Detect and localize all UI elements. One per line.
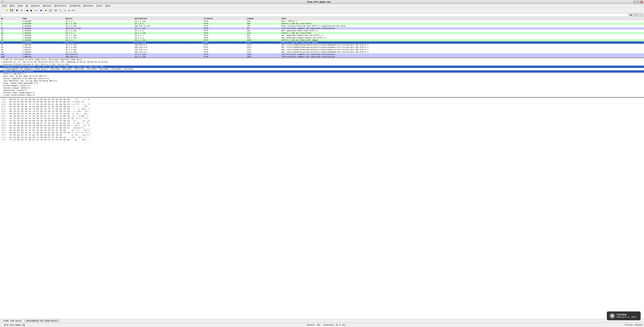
table-row[interactable]: 861.50240710.1.1.101209.225.0.6HTTP1211G…	[0, 48, 644, 51]
close-button[interactable]: ✕	[640, 1, 643, 4]
expand-icon[interactable]: ▶	[1, 59, 2, 61]
table-row[interactable]: 721.42451810.1.1.110.1.1.101HTTP624HTTP/…	[0, 42, 644, 44]
hex-ascii: cN...A.. ..#C?.P	[72, 129, 90, 132]
clear-filter-button[interactable]: ✕	[634, 13, 638, 16]
table-row[interactable]: 821.50178510.1.1.101209.225.0.6HTTP1211G…	[0, 44, 644, 46]
toolbar-close-button[interactable]: ✖	[15, 8, 19, 12]
menu-item-statistics[interactable]: Statistics	[53, 4, 68, 8]
packet-cell-length: 487	[246, 25, 280, 27]
file-tab[interactable]: http_with_jpegs.cap	[1, 324, 28, 326]
minimize-button[interactable]: —	[634, 1, 636, 4]
expand-icon[interactable]: ▶	[1, 68, 2, 70]
menu-item-telephony[interactable]: Telephony	[68, 4, 82, 8]
packet-cell-length: 1301	[246, 56, 280, 58]
toolbar-back-button[interactable]: ◀	[25, 8, 29, 12]
toolbar-reload-button[interactable]: ↺	[20, 8, 24, 12]
menu-item-edit[interactable]: Edit	[8, 4, 16, 8]
restore-button[interactable]: ❐	[637, 1, 640, 4]
toolbar-filter-button[interactable]: ⚙	[54, 8, 58, 12]
reassembled-tab[interactable]: Reassembled TCP (9330 bytes)	[24, 320, 59, 322]
detail-row[interactable]: ▶Transmission Control Protocol, Src Port…	[0, 66, 644, 68]
menu-item-help[interactable]: Help	[104, 4, 112, 8]
col-header-protocol[interactable]: Protocol	[203, 17, 246, 20]
apply-filter-button[interactable]: ▶	[629, 13, 633, 16]
packet-list[interactable]: No.TimeSourceDestinationProtocolLengthIn…	[0, 17, 644, 58]
http-line-row[interactable]: Content-Length: 9045\r\n	[0, 87, 644, 89]
packet-cell-length: 654	[246, 37, 280, 39]
table-row[interactable]: 311.28398510.1.1.10110.1.1.1HTTP628GET /…	[0, 30, 644, 32]
menu-item-view[interactable]: View	[16, 4, 24, 8]
toolbar-open-button[interactable]: 📂	[5, 8, 9, 12]
toolbar-zoom-out-button[interactable]: 🔍	[62, 8, 66, 12]
hex-bytes: b2 dc 4b 65 4c 5c 79 4e 3f 31 a1 07 a7 0…	[10, 127, 70, 129]
col-header-time[interactable]: Time	[21, 17, 64, 20]
col-header-length[interactable]: Length	[246, 17, 280, 20]
table-row[interactable]: 381.29236710.1.1.110.1.1.101HTTP275HTTP/…	[0, 32, 644, 34]
http-line-row[interactable]: Content-Type: image/jpeg\r\n	[0, 92, 644, 94]
table-row[interactable]: 611.41630810.1.1.110.1.1.101HTTP1320HTTP…	[0, 39, 644, 42]
detail-row[interactable]: ▶[7 Reassembled TCP Segments (9330 bytes…	[0, 68, 644, 70]
expand-icon[interactable]: ▶	[1, 66, 2, 68]
packet-cell-destination: 10.1.1.101	[134, 20, 203, 23]
http-line-row[interactable]: X-Pad: avoid browser bug\r\n	[0, 94, 644, 96]
expand-icon[interactable]: ▶	[1, 63, 2, 66]
packet-details[interactable]: ▶Frame 72: 624 bytes on wire (4992 bits)…	[0, 58, 644, 97]
packet-cell-protocol: HTTP	[203, 30, 246, 32]
detail-text: Transmission Control Protocol, Src Port:…	[3, 66, 104, 68]
table-row[interactable]: 1091.989730209.225.0.610.1.1.101HTTP1301…	[0, 56, 644, 58]
detail-row[interactable]: ▶Ethernet II, Src: Kye_2o:6c:df (00:c0:d…	[0, 61, 644, 63]
table-row[interactable]: 901.50997010.1.1.101209.225.0.6HTTP1211G…	[0, 51, 644, 53]
http-line-row[interactable]: Connection: close\r\n	[0, 89, 644, 92]
toolbar-resize-columns-button[interactable]: ⟺	[71, 8, 76, 12]
table-row[interactable]: 40.01366910.1.1.110.1.1.101HTTP530GET / …	[0, 20, 644, 23]
http-line-row[interactable]: Server: Apache/2.0.40 (Red Hat Linux)\r\…	[0, 78, 644, 80]
frame-tab[interactable]: Frame (624 bytes)	[1, 320, 24, 322]
table-row[interactable]: 80.64094910.1.1.101209.225.11.237HTTP487…	[0, 25, 644, 27]
detail-row[interactable]: ▶Internet Protocol Version 4, Src: 10.1.…	[0, 63, 644, 66]
expand-icon[interactable]: ▶	[1, 61, 2, 63]
hex-dump: 000000 04 e2 22 5a 03 00 c0 df 20 6c df …	[0, 98, 644, 319]
menu-item-wireless[interactable]: Wireless	[82, 4, 95, 8]
menu-item-analyze[interactable]: Analyze	[42, 4, 52, 8]
detail-text: [7 Reassembled TCP Segments (9330 bytes)…	[3, 68, 134, 70]
table-row[interactable]: 1001.994517209.225.0.610.1.1.101HTTP1301…	[0, 53, 644, 56]
toolbar-new-button[interactable]: 📄	[1, 8, 5, 12]
table-row[interactable]: 190.954040209.225.11.23710.1.1.101HTTP69…	[0, 27, 644, 30]
table-row[interactable]: 841.50213310.1.1.101209.225.0.6HTTP1211G…	[0, 46, 644, 48]
toolbar-capture-start-button[interactable]: ▶	[40, 8, 44, 12]
save-filter-button[interactable]: +	[639, 14, 643, 16]
toolbar-zoom-reset-button[interactable]: ⊙	[67, 8, 71, 12]
http-line-row[interactable]: Accept-Ranges: bytes\r\n	[0, 84, 644, 87]
http-line-row[interactable]: HTTP/1.1 200 OK\r\n	[0, 73, 644, 75]
http-section-row[interactable]: ▼Hypertext Transfer Protocol	[0, 70, 644, 73]
display-filter-input[interactable]: http	[1, 13, 628, 17]
menu-item-go[interactable]: Go	[24, 4, 30, 8]
toolbar-zoom-in-button[interactable]: 🔍	[58, 8, 62, 12]
http-line-row[interactable]: Last-Modified: Tue, 16 Jan 2001 05:00:00…	[0, 80, 644, 82]
col-header-info[interactable]: Info	[280, 17, 644, 20]
hex-ascii: .M....D UoW..<..	[72, 115, 90, 117]
packet-cell-source: 10.1.1.1	[64, 20, 134, 23]
menu-item-file[interactable]: File	[1, 4, 8, 8]
hex-bytes: 63 4e d8 83 1e 41 0f e2 04 16 23 43 3f f…	[10, 129, 70, 132]
table-row[interactable]: 481.40368310.1.1.10110.1.1.1HTTP651GET /…	[0, 34, 644, 37]
http-line-row[interactable]: ETag: "46a51-2355-d5a3f400"\r\n	[0, 82, 644, 84]
hex-offset: 0030	[1, 106, 8, 108]
packet-cell-protocol: HTTP	[203, 42, 246, 44]
http-line-row[interactable]: Date: Sat, 20 Nov 2004 10:21:07 GMT\r\n	[0, 75, 644, 78]
toolbar-capture-restart-button[interactable]: 🔄	[48, 8, 52, 12]
toolbar-forward-button[interactable]: ▶	[30, 8, 34, 12]
menu-item-tools[interactable]: Tools	[95, 4, 104, 8]
menu-item-capture[interactable]: Capture	[30, 4, 41, 8]
toolbar-save-button[interactable]: 💾	[10, 8, 14, 12]
table-row[interactable]: 501.40493810.1.1.10110.1.1.1HTTP654GET /…	[0, 37, 644, 39]
table-row[interactable]: 60.03228910.1.1.10110.1.1.1HTTP489HTTP/1…	[0, 22, 644, 25]
col-header-source[interactable]: Source	[64, 17, 134, 20]
http-expand-icon[interactable]: ▼	[1, 71, 2, 72]
toolbar-goto-button[interactable]: ⇒	[34, 8, 38, 12]
toolbar-capture-stop-button[interactable]: ■	[44, 8, 48, 12]
hex-bytes: 01 65 00 50 0c 76 37 ea 15 84 34 a7 0b 8…	[10, 103, 70, 106]
col-header-destination[interactable]: Destination	[134, 17, 203, 20]
col-header-no-[interactable]: No.	[0, 17, 21, 20]
detail-row[interactable]: ▶Frame 72: 624 bytes on wire (4992 bits)…	[0, 58, 644, 61]
